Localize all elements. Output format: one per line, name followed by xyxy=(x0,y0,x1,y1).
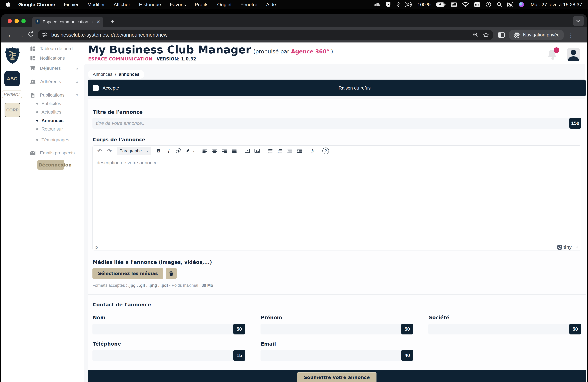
sidebar-item-adherents[interactable]: Adhérents ▲ xyxy=(30,79,79,85)
menu-fenetre[interactable]: Fenêtre xyxy=(240,2,257,7)
shield-play-icon[interactable] xyxy=(385,1,391,8)
side-panel-icon[interactable] xyxy=(498,32,505,38)
email-input[interactable] xyxy=(260,350,402,361)
sidebar-item-emails-prospects[interactable]: Emails prospects xyxy=(30,150,79,156)
sidebar-subitem-annonces[interactable]: Annonces xyxy=(36,118,63,123)
insert-image-icon[interactable] xyxy=(253,147,261,155)
menu-fichier[interactable]: Fichier xyxy=(64,2,79,7)
breadcrumb: Annonces / annonces xyxy=(88,70,144,79)
club-abc-button[interactable]: ABC xyxy=(4,71,20,86)
societe-input[interactable] xyxy=(428,324,570,335)
indent-icon[interactable] xyxy=(295,147,304,155)
back-button[interactable]: ← xyxy=(5,31,16,39)
resize-handle-icon[interactable] xyxy=(575,246,578,249)
club-corp-button[interactable]: CORP xyxy=(5,103,20,117)
logout-button[interactable]: Déconnexion xyxy=(37,160,64,170)
sidebar-subitem-temoignages[interactable]: Témoignages xyxy=(36,137,69,143)
reload-button[interactable] xyxy=(26,31,36,39)
tab-close-icon[interactable]: ✕ xyxy=(96,19,101,25)
accepted-checkbox[interactable] xyxy=(93,85,99,91)
forward-button[interactable]: → xyxy=(16,31,26,39)
menu-profils[interactable]: Profils xyxy=(195,2,208,7)
sidebar-item-dashboard[interactable]: Tableau de bord xyxy=(30,46,79,52)
url-bar[interactable]: businessclub.e-systemes.fr/abc/announcem… xyxy=(38,30,493,40)
onedrive-icon[interactable] xyxy=(374,2,380,7)
contact-field-nom: Nom 50 xyxy=(92,315,245,335)
delete-media-button[interactable] xyxy=(166,268,177,279)
italic-icon[interactable]: I xyxy=(164,147,173,155)
text-color-icon[interactable] xyxy=(184,147,192,155)
tiny-brand[interactable]: tiny xyxy=(557,245,578,250)
prenom-input[interactable] xyxy=(260,324,402,335)
align-center-icon[interactable] xyxy=(210,147,219,155)
submit-announcement-button[interactable]: Soumettre votre annonce xyxy=(297,372,377,382)
tab-strip: Espace communication - ann ✕ + xyxy=(1,14,587,27)
menu-historique[interactable]: Historique xyxy=(139,2,161,7)
societe-char-counter: 50 xyxy=(569,324,581,335)
insert-video-icon[interactable] xyxy=(243,147,252,155)
menu-favoris[interactable]: Favoris xyxy=(170,2,186,7)
airplay-icon[interactable] xyxy=(405,1,411,8)
browser-tab[interactable]: Espace communication - ann ✕ xyxy=(32,17,103,27)
menubar-app-name[interactable]: Google Chrome xyxy=(18,2,55,7)
redo-icon[interactable]: ↷ xyxy=(105,147,114,155)
control-center-icon[interactable] xyxy=(507,2,513,7)
bullet-list-icon[interactable] xyxy=(266,147,274,155)
menu-modifier[interactable]: Modifier xyxy=(87,2,105,7)
site-info-icon[interactable] xyxy=(42,32,48,38)
apple-menu-icon[interactable] xyxy=(6,1,11,8)
bluetooth-icon[interactable] xyxy=(396,1,400,8)
clear-formatting-icon[interactable]: Ix xyxy=(308,147,317,155)
menu-afficher[interactable]: Afficher xyxy=(114,2,130,7)
touchbar-icon[interactable] xyxy=(474,2,480,7)
zoom-window-button[interactable] xyxy=(21,19,26,23)
editor-content-area[interactable]: description de votre annonce... xyxy=(93,156,581,244)
bold-icon[interactable]: B xyxy=(154,147,163,155)
rail-search-input[interactable] xyxy=(2,90,22,98)
menu-onglet[interactable]: Onglet xyxy=(217,2,231,7)
sidebar-item-dejeuners[interactable]: Déjeuners ▲ xyxy=(30,65,79,71)
wifi-icon[interactable] xyxy=(462,2,469,7)
bookmark-star-icon[interactable] xyxy=(483,32,489,38)
help-icon[interactable]: ? xyxy=(321,147,330,155)
notifications-bell-icon[interactable] xyxy=(546,49,558,61)
align-justify-icon[interactable] xyxy=(230,147,238,155)
sidebar-nav: Tableau de bord Notifications Déjeuners … xyxy=(24,42,84,382)
spotlight-icon[interactable] xyxy=(496,2,502,7)
sidebar-subitem-publicites[interactable]: Publicités xyxy=(36,101,61,106)
browser-menu-icon[interactable]: ⋮ xyxy=(568,31,574,39)
element-path[interactable]: p xyxy=(95,245,98,250)
nom-input[interactable] xyxy=(92,324,234,335)
breadcrumb-parent[interactable]: Annonces xyxy=(93,72,112,77)
select-media-button[interactable]: Sélectionnez les médias xyxy=(92,268,163,279)
keyboard-icon[interactable] xyxy=(451,2,457,7)
title-input[interactable] xyxy=(92,118,570,128)
numbered-list-icon[interactable]: 123 xyxy=(276,147,284,155)
sidebar-subitem-retour-sur[interactable]: Retour sur xyxy=(36,127,63,132)
tab-strip-chevron-button[interactable] xyxy=(573,16,584,26)
align-right-icon[interactable] xyxy=(220,147,229,155)
url-text[interactable]: businessclub.e-systemes.fr/abc/announcem… xyxy=(51,32,468,38)
zoom-out-icon[interactable] xyxy=(473,32,479,38)
user-avatar[interactable] xyxy=(567,48,580,61)
brand-link[interactable]: Agence 360° xyxy=(291,48,329,55)
sidebar-item-notifications[interactable]: Notifications xyxy=(30,55,79,61)
menu-aide[interactable]: Aide xyxy=(266,2,276,7)
align-left-icon[interactable] xyxy=(201,147,209,155)
paragraph-style-select[interactable]: Paragraphe ⌄ xyxy=(117,147,151,155)
undo-icon[interactable]: ↶ xyxy=(95,147,104,155)
outdent-icon[interactable] xyxy=(286,147,294,155)
close-window-button[interactable] xyxy=(8,19,12,23)
sidebar-item-publications[interactable]: Publications ▼ xyxy=(30,92,79,98)
minimize-window-button[interactable] xyxy=(15,19,19,23)
sidebar-subitem-actualites[interactable]: Actualités xyxy=(36,109,61,115)
menubar-clock[interactable]: Mar. 27 févr. à 15:28:37 xyxy=(531,2,582,7)
text-color-chevron-icon[interactable]: ⌄ xyxy=(192,149,195,153)
telephone-input[interactable] xyxy=(92,350,234,361)
link-icon[interactable] xyxy=(174,147,182,155)
incognito-badge[interactable]: Navigation privée xyxy=(509,30,564,40)
new-tab-button[interactable]: + xyxy=(110,17,115,25)
club-shield-logo[interactable] xyxy=(4,47,21,66)
siri-icon[interactable] xyxy=(518,1,525,8)
time-machine-icon[interactable] xyxy=(485,1,491,8)
